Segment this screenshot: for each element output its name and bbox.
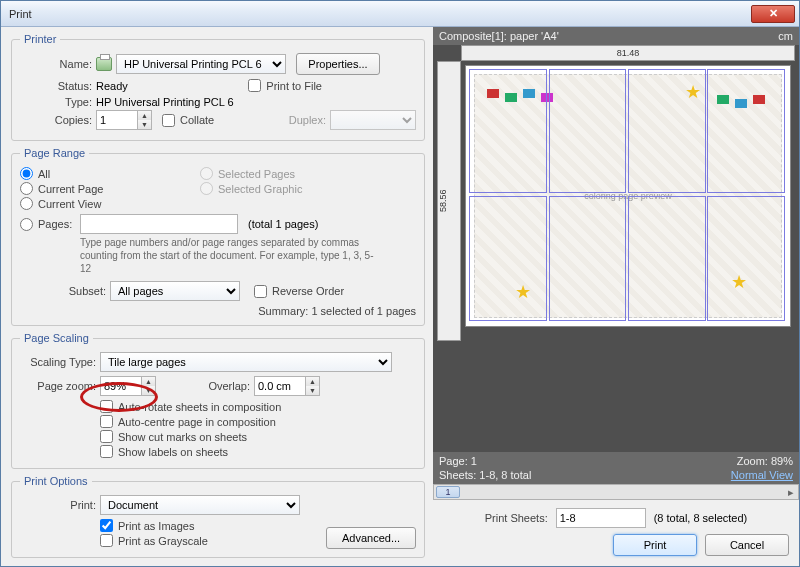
- reverse-order-check[interactable]: Reverse Order: [254, 285, 344, 298]
- overlap-spinner[interactable]: ▲▼: [254, 376, 320, 396]
- radio-selected-graphic: Selected Graphic: [200, 182, 302, 195]
- radio-all[interactable]: All: [20, 167, 160, 180]
- auto-centre-check[interactable]: Auto-centre page in composition: [100, 415, 416, 428]
- pages-hint: Type page numbers and/or page ranges sep…: [80, 236, 380, 275]
- window-title: Print: [5, 8, 751, 20]
- show-cut-check[interactable]: Show cut marks on sheets: [100, 430, 416, 443]
- print-as-grayscale-check[interactable]: Print as Grayscale: [100, 534, 326, 547]
- page-zoom-spinner[interactable]: ▲▼: [100, 376, 156, 396]
- show-labels-check[interactable]: Show labels on sheets: [100, 445, 416, 458]
- radio-current-view[interactable]: Current View: [20, 197, 160, 210]
- print-sheets-input[interactable]: [556, 508, 646, 528]
- print-sheets-info: (8 total, 8 selected): [654, 512, 748, 524]
- print-button[interactable]: Print: [613, 534, 697, 556]
- status-sheets: Sheets: 1-8, 8 total: [439, 469, 531, 481]
- scroll-arrow-icon[interactable]: ▸: [788, 486, 794, 499]
- preview-canvas[interactable]: ★ ★ ★ coloring page preview: [465, 65, 791, 327]
- type-value: HP Universal Printing PCL 6: [96, 96, 234, 108]
- collate-check[interactable]: Collate: [162, 114, 214, 127]
- copies-label: Copies:: [20, 114, 92, 126]
- print-what-select[interactable]: Document: [100, 495, 300, 515]
- duplex-select: [330, 110, 416, 130]
- advanced-button[interactable]: Advanced...: [326, 527, 416, 549]
- preview-units: cm: [778, 30, 793, 42]
- page-range-group: Page Range All Current Page Current View…: [11, 147, 425, 326]
- subset-select[interactable]: All pages: [110, 281, 240, 301]
- print-options-legend: Print Options: [20, 475, 92, 487]
- printer-legend: Printer: [20, 33, 60, 45]
- subset-label: Subset:: [50, 285, 106, 297]
- range-summary: Summary: 1 selected of 1 pages: [20, 305, 416, 317]
- status-page: Page: 1: [439, 455, 477, 467]
- preview-status: Page: 1 Zoom: 89% Sheets: 1-8, 8 total N…: [433, 452, 799, 484]
- preview-title: Composite[1]: paper 'A4': [439, 30, 559, 42]
- ruler-top: 81.48: [461, 45, 795, 61]
- scroll-thumb[interactable]: 1: [436, 486, 460, 498]
- name-label: Name:: [20, 58, 92, 70]
- ruler-left: 58.56: [437, 61, 461, 341]
- page-range-legend: Page Range: [20, 147, 89, 159]
- status-value: Ready: [96, 80, 128, 92]
- radio-selected-pages: Selected Pages: [200, 167, 302, 180]
- printer-select[interactable]: HP Universal Printing PCL 6: [116, 54, 286, 74]
- print-options-group: Print Options Print: Document Print as I…: [11, 475, 425, 558]
- overlap-label: Overlap:: [190, 380, 250, 392]
- properties-button[interactable]: Properties...: [296, 53, 380, 75]
- pages-input[interactable]: [80, 214, 238, 234]
- scaling-type-label: Scaling Type:: [20, 356, 96, 368]
- close-button[interactable]: ✕: [751, 5, 795, 23]
- status-label: Status:: [20, 80, 92, 92]
- total-pages: (total 1 pages): [248, 218, 318, 230]
- printer-icon: [96, 57, 112, 71]
- auto-rotate-check[interactable]: Auto-rotate sheets in composition: [100, 400, 416, 413]
- duplex-label: Duplex:: [289, 114, 326, 126]
- normal-view-link[interactable]: Normal View: [731, 469, 793, 481]
- cancel-button[interactable]: Cancel: [705, 534, 789, 556]
- preview-area: 81.48 58.56 ★ ★ ★ coloring page p: [433, 45, 799, 345]
- titlebar: Print ✕: [1, 1, 799, 27]
- printer-group: Printer Name: HP Universal Printing PCL …: [11, 33, 425, 141]
- preview-scrollbar[interactable]: 1 ▸: [433, 484, 799, 500]
- preview-header: Composite[1]: paper 'A4' cm: [433, 27, 799, 45]
- print-sheets-label: Print Sheets:: [485, 512, 548, 524]
- type-label: Type:: [20, 96, 92, 108]
- copies-spinner[interactable]: ▲▼: [96, 110, 152, 130]
- close-icon: ✕: [769, 7, 778, 20]
- page-scaling-group: Page Scaling Scaling Type: Tile large pa…: [11, 332, 425, 469]
- print-as-images-check[interactable]: Print as Images: [100, 519, 326, 532]
- page-zoom-label: Page zoom:: [20, 380, 96, 392]
- page-scaling-legend: Page Scaling: [20, 332, 93, 344]
- print-what-label: Print:: [20, 499, 96, 511]
- radio-pages[interactable]: Pages:: [20, 218, 76, 231]
- status-zoom: Zoom: 89%: [737, 455, 793, 467]
- radio-current-page[interactable]: Current Page: [20, 182, 160, 195]
- scaling-type-select[interactable]: Tile large pages: [100, 352, 392, 372]
- print-to-file-check[interactable]: Print to File: [248, 79, 322, 92]
- print-dialog: Print ✕ Printer Name: HP Universal Print…: [0, 0, 800, 567]
